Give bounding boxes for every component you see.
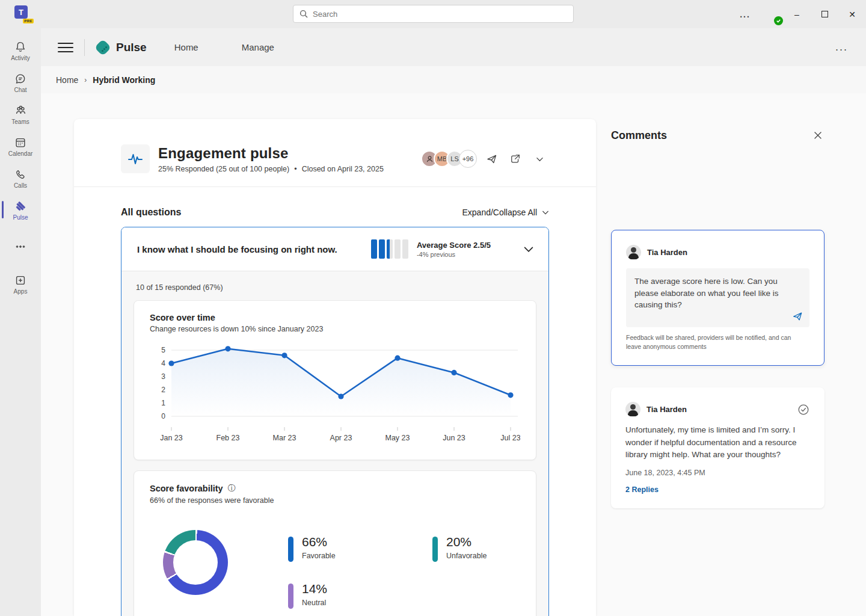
breadcrumb: Home › Hybrid Working <box>41 66 866 93</box>
sidebar-label: Activity <box>11 55 30 61</box>
title-bar: T PRE ... – ✕ <box>0 0 866 28</box>
question-text: I know what I should be focusing on righ… <box>137 244 337 254</box>
app-more-button[interactable]: ... <box>835 41 848 54</box>
checkmark-circle-icon <box>797 403 810 416</box>
legend-swatch-neutral <box>288 584 293 609</box>
comment-send-button[interactable] <box>791 310 803 322</box>
replies-link[interactable]: 2 Replies <box>625 485 810 494</box>
favorability-subtitle: 66% of the responses were favorable <box>150 496 520 505</box>
maximize-button[interactable] <box>811 0 838 28</box>
close-icon <box>814 131 822 140</box>
tab-manage[interactable]: Manage <box>242 42 274 52</box>
comment-draft-card: Tia Harden Feedback will be shared, prov… <box>611 230 825 366</box>
divider <box>84 39 85 56</box>
sidebar-item-teams[interactable]: Teams <box>0 99 41 131</box>
search-bar[interactable] <box>293 5 574 23</box>
sidebar-label: Chat <box>14 87 26 93</box>
titlebar-more-button[interactable]: ... <box>731 0 759 28</box>
comment-body: Unfortunately, my time is limited and I’… <box>625 424 810 461</box>
dot-separator: • <box>294 165 296 173</box>
unfavorable-pct: 20% <box>446 535 487 549</box>
legend-swatch-unfavorable <box>432 537 438 562</box>
phone-icon <box>14 168 27 181</box>
score-bar-segment <box>402 239 408 259</box>
score-bars <box>371 239 408 259</box>
send-icon <box>485 153 498 165</box>
neutral-label: Neutral <box>302 599 327 607</box>
sidebar-item-chat[interactable]: Chat <box>0 67 41 99</box>
question-accordion-header[interactable]: I know what I should be focusing on righ… <box>121 227 548 271</box>
score-over-time-card: Score over time Change resources is down… <box>134 300 536 460</box>
svg-text:0: 0 <box>161 412 165 420</box>
avatar-tia-harden <box>626 245 641 260</box>
app-title: Pulse <box>116 41 147 54</box>
comment-input-box[interactable] <box>626 268 809 327</box>
average-score-label: Average Score 2.5/5 <box>417 241 491 250</box>
sidebar-label: Apps <box>14 288 28 295</box>
score-favorability-card: Score favorability ⓘ 66% of the response… <box>134 470 536 616</box>
share-icon <box>509 153 521 165</box>
hamburger-menu-icon[interactable] <box>58 43 73 52</box>
bell-icon <box>14 40 27 54</box>
app-rail: Activity Chat Teams Calendar Calls Pulse <box>0 28 41 616</box>
chevron-down-icon <box>523 244 534 254</box>
sidebar-label: Calendar <box>8 150 33 157</box>
legend-item-unfavorable: 20% Unfavorable <box>432 535 549 582</box>
score-over-time-title: Score over time <box>150 313 520 322</box>
engagement-pulse-icon <box>121 144 150 173</box>
comment-timestamp: June 18, 2023, 4:45 PM <box>625 469 810 477</box>
svg-text:5: 5 <box>161 346 165 354</box>
sidebar-item-calendar[interactable]: Calendar <box>0 131 41 163</box>
comments-close-button[interactable] <box>811 129 825 142</box>
send-button[interactable] <box>482 149 501 168</box>
survey-header: Engagement pulse 25% Responded (25 out o… <box>121 144 549 173</box>
comment-textarea[interactable] <box>634 276 801 320</box>
score-over-time-subtitle: Change resources is down 10% since Janua… <box>150 325 520 333</box>
breadcrumb-separator: › <box>84 76 87 84</box>
all-questions-heading: All questions <box>121 207 181 218</box>
comment-posted-card: Tia Harden Unfortunately, my time is lim… <box>611 387 825 508</box>
svg-text:4: 4 <box>161 359 165 368</box>
maximize-icon <box>821 11 828 17</box>
resolve-comment-button[interactable] <box>797 403 810 416</box>
avatar-tia-harden <box>625 402 640 417</box>
pulse-app-icon <box>14 200 27 213</box>
share-button[interactable] <box>506 149 525 168</box>
survey-closed-text: Closed on April 23, 2025 <box>302 165 384 173</box>
favorability-donut-chart <box>163 530 228 595</box>
apps-icon <box>14 274 27 287</box>
score-bar-segment <box>371 239 377 259</box>
comment-author: Tia Harden <box>647 248 687 257</box>
ellipsis-icon <box>14 240 27 253</box>
score-bar-segment <box>387 239 393 259</box>
sidebar-label: Teams <box>11 119 29 125</box>
sidebar-item-activity[interactable]: Activity <box>0 35 41 67</box>
avatar-overflow: +96 <box>459 150 477 168</box>
header-expand-button[interactable] <box>530 149 549 168</box>
tab-home[interactable]: Home <box>174 42 198 52</box>
expand-collapse-all-button[interactable]: Expand/Collapse All <box>462 208 549 217</box>
sidebar-item-more[interactable] <box>0 235 41 260</box>
close-button[interactable]: ✕ <box>838 0 866 28</box>
svg-text:Jun 23: Jun 23 <box>443 434 465 442</box>
score-delta-label: -4% previous <box>417 251 491 258</box>
breadcrumb-home-link[interactable]: Home <box>56 75 78 85</box>
question-collapse-button[interactable] <box>523 244 534 254</box>
minimize-button[interactable]: – <box>783 0 811 28</box>
survey-card: Engagement pulse 25% Responded (25 out o… <box>74 119 596 616</box>
favorability-title: Score favorability <box>150 484 223 493</box>
participant-avatars[interactable]: MB LS +96 <box>421 150 477 168</box>
survey-responded-text: 25% Responded (25 out of 100 people) <box>158 165 289 173</box>
question-responded-text: 10 of 15 responded (67%) <box>136 283 536 292</box>
comment-disclaimer: Feedback will be shared, providers will … <box>626 333 806 351</box>
sidebar-item-apps[interactable]: Apps <box>0 269 41 301</box>
people-icon <box>14 104 28 117</box>
svg-text:Jan 23: Jan 23 <box>160 434 183 442</box>
info-icon[interactable]: ⓘ <box>228 483 236 494</box>
sidebar-label: Calls <box>14 182 27 189</box>
sidebar-item-calls[interactable]: Calls <box>0 163 41 195</box>
search-input[interactable] <box>313 10 567 19</box>
svg-text:1: 1 <box>161 399 165 407</box>
sidebar-item-pulse[interactable]: Pulse <box>0 195 41 227</box>
comment-author: Tia Harden <box>646 405 687 414</box>
